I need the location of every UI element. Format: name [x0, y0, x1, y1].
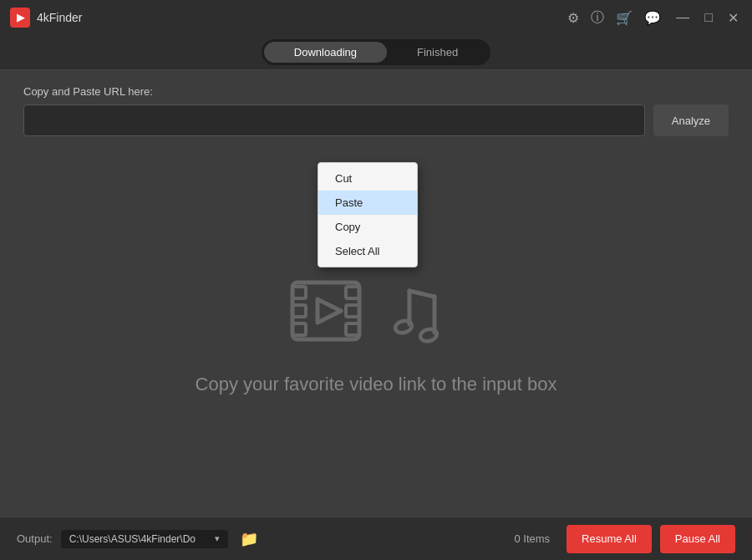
pause-all-button[interactable]: Pause All: [660, 525, 735, 553]
tab-container: Downloading Finished: [262, 39, 490, 65]
chevron-down-icon: ▾: [215, 533, 220, 544]
ctx-cut[interactable]: Cut: [318, 166, 417, 191]
url-row: Analyze: [23, 104, 729, 136]
ctx-copy[interactable]: Copy: [318, 215, 417, 239]
info-icon[interactable]: ⓘ: [591, 9, 604, 27]
minimize-button[interactable]: —: [673, 8, 693, 27]
output-label: Output:: [17, 532, 53, 545]
main-content: Copy and Paste URL here: Analyze Cut Pas…: [0, 70, 752, 517]
svg-line-12: [409, 291, 434, 297]
bottombar: Output: C:\Users\ASUS\4kFinder\Do ▾ 📁 0 …: [0, 517, 752, 560]
tab-downloading[interactable]: Downloading: [264, 42, 387, 63]
titlebar: ▶ 4kFinder ⚙ ⓘ 🛒 💬 — □ ✕: [0, 0, 752, 35]
tabbar: Downloading Finished: [0, 35, 752, 70]
url-section: Copy and Paste URL here: Analyze: [0, 70, 752, 148]
items-count: 0 Items: [514, 532, 550, 545]
close-button[interactable]: ✕: [724, 8, 742, 28]
maximize-button[interactable]: □: [701, 8, 716, 27]
titlebar-icons: ⚙ ⓘ 🛒 💬: [567, 9, 661, 27]
bottom-buttons: Resume All Pause All: [567, 525, 735, 553]
app-logo-icon: ▶: [10, 8, 30, 28]
url-label: Copy and Paste URL here:: [23, 85, 729, 98]
resume-all-button[interactable]: Resume All: [567, 525, 652, 553]
analyze-button[interactable]: Analyze: [653, 104, 729, 136]
tab-finished[interactable]: Finished: [387, 42, 488, 63]
window-controls: — □ ✕: [673, 8, 742, 28]
music-icon: [393, 270, 468, 354]
ctx-paste[interactable]: Paste: [318, 191, 417, 215]
svg-point-9: [394, 318, 414, 334]
svg-marker-7: [318, 299, 341, 323]
folder-icon[interactable]: 📁: [236, 528, 262, 550]
app-logo: ▶ 4kFinder: [10, 8, 82, 28]
empty-state-text: Copy your favorite video link to the inp…: [196, 374, 557, 395]
svg-point-11: [419, 327, 439, 343]
settings-icon[interactable]: ⚙: [567, 10, 579, 26]
chat-icon[interactable]: 💬: [644, 10, 661, 26]
context-menu: Cut Paste Copy Select All: [318, 162, 418, 267]
url-input[interactable]: [23, 104, 645, 136]
empty-state-icons: [284, 270, 468, 354]
output-path-text: C:\Users\ASUS\4kFinder\Do: [69, 533, 210, 545]
video-icon: [284, 270, 376, 354]
output-path-container[interactable]: C:\Users\ASUS\4kFinder\Do ▾: [61, 530, 228, 548]
app-title: 4kFinder: [37, 11, 82, 24]
cart-icon[interactable]: 🛒: [616, 10, 633, 26]
svg-rect-0: [292, 283, 359, 339]
ctx-select-all[interactable]: Select All: [318, 239, 417, 263]
